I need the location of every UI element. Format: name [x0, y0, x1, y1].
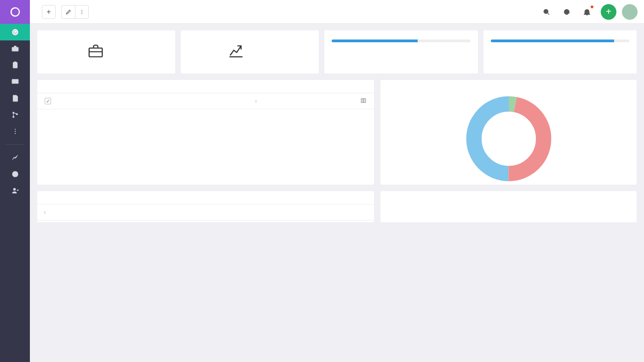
- svg-point-14: [81, 10, 82, 11]
- svg-point-16: [81, 13, 82, 14]
- task-status-title: [380, 80, 637, 93]
- donut-chart: [380, 93, 637, 185]
- svg-point-6: [12, 112, 14, 113]
- svg-point-7: [12, 116, 14, 118]
- nav-analytics[interactable]: [0, 149, 30, 166]
- svg-rect-19: [89, 48, 103, 57]
- projects-title: [37, 80, 374, 93]
- kpi-cost: [483, 30, 637, 74]
- col-deadline[interactable]: ↑: [254, 98, 305, 104]
- who-title: [37, 191, 374, 204]
- user-avatar[interactable]: [622, 4, 638, 20]
- revenue-bar: [332, 40, 471, 42]
- sort-asc-icon: ↑: [44, 210, 46, 215]
- svg-rect-4: [14, 62, 16, 63]
- add-button[interactable]: +: [42, 5, 56, 19]
- who-header: ↑: [37, 204, 374, 221]
- nav-clipboard[interactable]: [0, 57, 30, 74]
- svg-rect-2: [12, 47, 18, 51]
- kpi-row: [37, 30, 637, 74]
- bell-icon[interactable]: [581, 6, 592, 17]
- svg-rect-5: [12, 79, 18, 84]
- svg-point-9: [14, 129, 15, 130]
- trend-icon: [227, 42, 245, 62]
- mentions-icon[interactable]: [561, 6, 572, 17]
- notification-dot: [591, 6, 593, 8]
- row2: ✓ ↑: [37, 80, 637, 185]
- nav-divider: [6, 144, 24, 145]
- sort-asc-icon: ↑: [255, 99, 257, 104]
- briefcase-icon: [87, 42, 104, 62]
- col-user[interactable]: ↑: [43, 209, 79, 215]
- edit-button[interactable]: [61, 5, 75, 19]
- projects-header: ✓ ↑: [37, 93, 374, 109]
- main: + +: [30, 0, 644, 362]
- revenue-bar-fill: [332, 40, 418, 42]
- effort-chart: [380, 204, 637, 222]
- svg-point-11: [14, 133, 15, 134]
- select-all-checkbox[interactable]: ✓: [45, 98, 51, 104]
- effort-card: [380, 191, 637, 222]
- svg-point-17: [544, 9, 548, 13]
- effort-title: [380, 191, 637, 204]
- more-button[interactable]: [75, 5, 89, 19]
- svg-point-10: [14, 131, 15, 132]
- task-status-card: [380, 80, 637, 185]
- nav-document[interactable]: [0, 90, 30, 107]
- nav-more[interactable]: [0, 123, 30, 140]
- nav-branch[interactable]: [0, 107, 30, 123]
- svg-point-13: [13, 188, 16, 191]
- row3: ↑: [37, 191, 637, 222]
- cost-bar-fill: [491, 40, 614, 42]
- cost-bar: [491, 40, 630, 42]
- kpi-active-projects: [37, 30, 175, 74]
- content: ✓ ↑: [30, 24, 644, 362]
- nav-clock[interactable]: [0, 166, 30, 182]
- who-card: ↑: [37, 191, 374, 222]
- nav-briefcase[interactable]: [0, 40, 30, 57]
- nav-user-check[interactable]: [0, 182, 30, 199]
- projects-card: ✓ ↑: [37, 80, 374, 185]
- svg-rect-20: [361, 99, 365, 102]
- search-icon[interactable]: [541, 6, 552, 17]
- nav-dashboard[interactable]: [0, 24, 30, 40]
- columns-icon[interactable]: [360, 97, 370, 105]
- nav-rail: [0, 0, 30, 362]
- nav-board[interactable]: [0, 74, 30, 90]
- kpi-revenue: [324, 30, 478, 74]
- topbar: + +: [30, 0, 644, 24]
- fab-add[interactable]: +: [601, 4, 616, 20]
- kpi-margin: [181, 30, 319, 74]
- svg-point-15: [81, 11, 82, 12]
- brand-logo[interactable]: [0, 0, 30, 24]
